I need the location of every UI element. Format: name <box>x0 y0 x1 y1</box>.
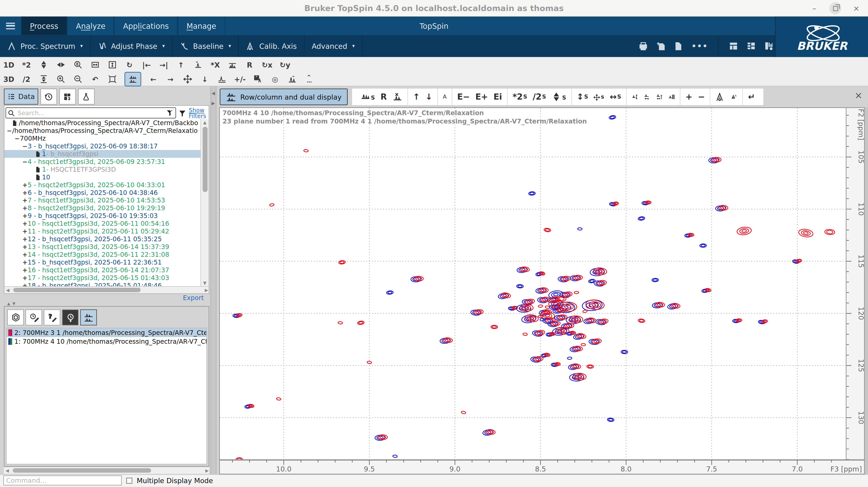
close-button[interactable]: × <box>850 2 863 14</box>
calibrate-button[interactable] <box>715 92 725 102</box>
tree-row[interactable]: +5 - hsqct2etf3gpsi3d, 2025-06-10 04:33:… <box>4 181 209 189</box>
search-input[interactable] <box>17 109 164 117</box>
tree-row[interactable]: +17 - hsqct2etf3gpsi3d, 2025-06-15 01:43… <box>4 274 209 282</box>
align-vh-button[interactable] <box>656 94 663 100</box>
align-v-button[interactable] <box>632 94 639 100</box>
exp-plus-button[interactable]: E+ <box>475 93 488 101</box>
adjust-phase-button[interactable]: Adjust Phase▾ <box>91 35 173 57</box>
tree-row[interactable]: +13 - hsqct1etf3gpsi3d, 2025-06-14 15:37… <box>4 243 209 251</box>
copy-document-icon[interactable] <box>674 41 684 51</box>
displayed-spectrum-row[interactable]: 2: 700MHz 3 1 /home/thomas/Processing_Sp… <box>7 328 207 337</box>
spectrum-plot-area[interactable]: 700MHz 4 10 /home/thomas/Processing_Spec… <box>219 107 846 460</box>
shift-down-button[interactable]: ↓ <box>200 72 210 86</box>
multiply-x-button[interactable]: *X <box>210 58 220 71</box>
tab-structure[interactable] <box>7 310 24 326</box>
scroll-down-arrow[interactable]: ▼ <box>203 280 207 286</box>
contour-plot[interactable] <box>220 108 846 459</box>
filter-funnel-icon[interactable] <box>178 109 187 117</box>
tab-data[interactable]: Data <box>4 89 38 105</box>
export-link[interactable]: Export <box>183 294 204 302</box>
tree-row[interactable]: +7 - hsqct1etf3gpsi3d, 2025-06-10 14:53:… <box>4 197 209 204</box>
expand-horizontal-button[interactable] <box>90 58 100 71</box>
tree-row[interactable]: 10 <box>4 173 209 181</box>
more-ellipsis-icon[interactable]: ••• <box>691 41 708 50</box>
right-limit-button[interactable]: →| <box>159 58 169 71</box>
scalehalf-s-button[interactable]: /2S <box>533 93 546 101</box>
exp-interactive-button[interactable]: Ei <box>493 93 502 101</box>
plus-minus-button[interactable]: +/- <box>234 72 246 86</box>
move-s-button[interactable]: s <box>594 93 604 101</box>
layout-grid-icon[interactable] <box>746 41 756 51</box>
tree-row[interactable]: +12 - b_hsqcetf3gpsi, 2025-06-11 05:35:2… <box>4 235 209 243</box>
tab-history-edit[interactable] <box>26 310 42 326</box>
print-icon[interactable] <box>638 41 648 51</box>
baseline-view-button[interactable] <box>217 72 227 86</box>
zoom-region-button[interactable]: E <box>73 58 83 71</box>
add-spectra-button[interactable]: + <box>685 93 692 101</box>
tree-row[interactable]: +8 - hsqct2etf3gpsi3d, 2025-06-10 19:29:… <box>4 204 209 212</box>
proc-spectrum-button[interactable]: Proc. Spectrum▾ <box>0 35 91 57</box>
tree-row[interactable]: /home/thomas/Processing_Spectra/AR-V7_Ct… <box>4 119 209 127</box>
hscale-s-button[interactable]: ↔S <box>610 93 621 101</box>
expand-icon[interactable]: + <box>22 220 28 227</box>
tree-row[interactable]: +14 - hsqct2etf3gpsi3d, 2025-06-11 22:31… <box>4 251 209 258</box>
tab-window-layout[interactable]: 2 <box>59 89 76 105</box>
tree-row[interactable]: +11 - hsqct2etf3gpsi3d, 2025-06-11 05:29… <box>4 228 209 235</box>
collapse-icon[interactable]: − <box>22 142 28 150</box>
scale-horizontal-button[interactable] <box>56 58 66 71</box>
row-column-dual-display-button[interactable]: Row/column and dual display <box>220 89 348 105</box>
expand-icon[interactable]: + <box>22 266 28 274</box>
left-limit-button[interactable]: |← <box>142 58 152 71</box>
tab-annotation-edit[interactable]: ? <box>44 310 60 326</box>
save-display-button[interactable] <box>253 72 263 86</box>
tree-vertical-scrollbar[interactable]: ▲ ▼ <box>200 119 209 286</box>
row-define-button[interactable]: R <box>380 93 387 101</box>
expand-icon[interactable]: + <box>22 228 28 235</box>
return-button[interactable]: ↵ <box>748 93 755 101</box>
layout-top-list-icon[interactable] <box>728 41 739 51</box>
hamburger-menu-button[interactable] <box>0 17 21 35</box>
export-document-icon[interactable] <box>656 41 666 51</box>
more-tools-button[interactable]: ^… <box>304 72 314 86</box>
collapse-left-arrow[interactable]: ◀ <box>212 91 215 96</box>
expand-icon[interactable]: + <box>22 243 28 251</box>
expand-icon[interactable]: + <box>22 189 28 196</box>
expand-icon[interactable]: + <box>22 259 28 266</box>
tree-row[interactable]: +10 - hsqct1etf3gpsi3d, 2025-06-11 00:54… <box>4 220 209 228</box>
vertical-splitter[interactable]: ◀ ▶ <box>211 86 217 474</box>
expand-icon[interactable]: + <box>22 251 28 258</box>
panel-horizontal-scrollbar[interactable]: ◀ ▶ <box>4 466 209 474</box>
tree-row[interactable]: +18 - b_hsqcetf3gpsi, 2025-06-15 01:48:4… <box>4 282 209 286</box>
menu-manage[interactable]: Manage <box>178 17 225 35</box>
tree-row-selected[interactable]: 1 - b_hsqcetf3gpsi <box>4 150 209 158</box>
displayed-spectrum-row[interactable]: 1: 700MHz 4 10 /home/thomas/Processing_S… <box>7 337 207 346</box>
fit-vertical-button[interactable] <box>39 72 49 86</box>
close-spectrum-icon[interactable]: × <box>855 90 863 101</box>
expand-icon[interactable]: + <box>22 197 28 204</box>
scale-vertical-button[interactable] <box>39 58 49 71</box>
row-up-button[interactable]: ↑ <box>413 93 420 101</box>
tree-row[interactable]: +15 - b_hsqcetf3gpsi, 2025-06-11 22:36:5… <box>4 258 209 266</box>
vscale-s-button[interactable]: ↕S <box>577 93 588 101</box>
target-button[interactable]: ◎ <box>270 72 280 86</box>
show-filters-link[interactable]: Show Filters <box>189 107 208 119</box>
tree-row[interactable]: −3 - b_hsqcetf3gpsi, 2025-06-09 18:38:17 <box>4 142 209 150</box>
collapse-icon[interactable]: − <box>22 158 28 165</box>
reset-zoom-button[interactable]: ↻ <box>125 58 134 71</box>
tree-row[interactable]: −/home/thomas/Processing_Spectra/AR-V7_C… <box>4 127 209 134</box>
calib-axis-button[interactable]: Calib. Axis <box>239 35 305 57</box>
align-box-button[interactable] <box>668 94 675 100</box>
layout-settings-icon[interactable] <box>764 41 774 51</box>
minimize-button[interactable]: – <box>808 2 820 14</box>
zoom-out-button[interactable] <box>73 72 83 86</box>
shift-left-button[interactable]: ← <box>148 72 158 86</box>
scrollbar-thumb[interactable] <box>13 288 141 292</box>
scroll-right-arrow[interactable]: ▶ <box>205 467 209 474</box>
scale-div-2-button[interactable]: /2 <box>22 72 31 86</box>
tree-row[interactable]: +6 - b_hsqcetf3gpsi, 2025-06-10 04:38:46 <box>4 189 209 197</box>
tree-row[interactable]: +16 - hsqct1etf3gpsi3d, 2025-06-14 21:07… <box>4 266 209 274</box>
baseline-button[interactable]: Baseline▾ <box>173 35 239 57</box>
scrollbar-thumb[interactable] <box>13 468 151 473</box>
scrollbar-thumb[interactable] <box>202 127 207 192</box>
title-bar[interactable]: Bruker TopSpin 4.5.0 on localhost.locald… <box>0 0 868 17</box>
